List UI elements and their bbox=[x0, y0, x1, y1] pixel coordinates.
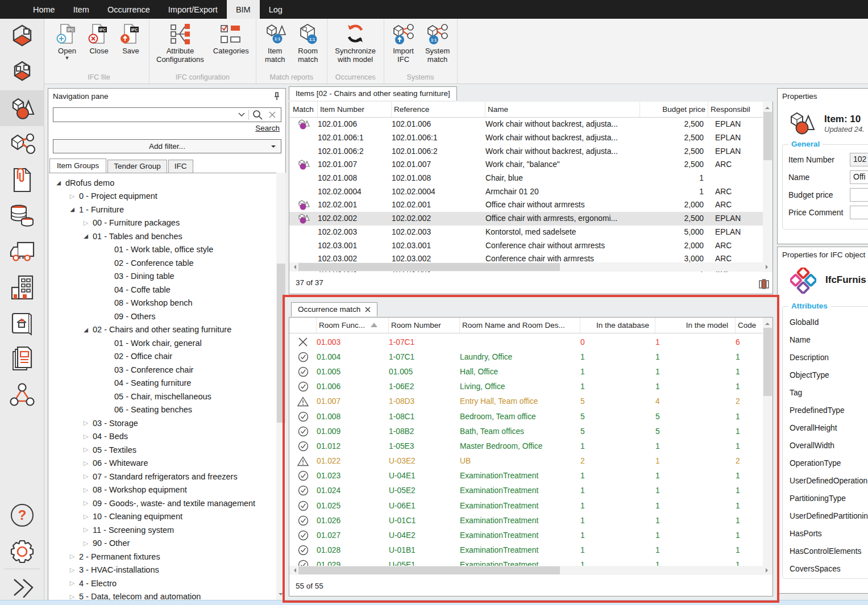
tree-scrollbar[interactable] bbox=[276, 173, 286, 600]
tree-item[interactable]: 09 - Goods-, waste- and textile manageme… bbox=[49, 496, 276, 510]
table-row[interactable]: 102.01.006:1 102.01.006:1 Work chair wit… bbox=[289, 131, 773, 145]
table-row[interactable]: 01.006 1-06E2 Living, Office 1 1 1 bbox=[289, 379, 773, 394]
table-row[interactable]: 01.009 1-08B2 Bath, Team offices 5 5 1 bbox=[289, 424, 773, 439]
tree-item[interactable]: 04 - Beds bbox=[49, 430, 276, 444]
column-chooser-icon[interactable] bbox=[759, 278, 769, 290]
navigation-tab[interactable]: IFC bbox=[168, 160, 193, 173]
attribute-row[interactable]: PartitioningType bbox=[783, 490, 868, 507]
tree-expander-icon[interactable] bbox=[82, 499, 90, 507]
table-row[interactable]: 01.004 1-07C1 Laundry, Office 1 1 1 bbox=[289, 349, 773, 364]
sidebar-item-building[interactable] bbox=[0, 269, 44, 305]
table-row[interactable]: 102.02.003 102.02.003 Kontorstol, med sa… bbox=[289, 226, 773, 239]
table-row[interactable]: 01.007 1-08D3 Entry Hall, Team office 5 … bbox=[289, 394, 773, 409]
tree-expander-icon[interactable] bbox=[68, 193, 76, 200]
menu-item[interactable]: Home bbox=[24, 0, 64, 19]
column-header-name[interactable]: Name bbox=[485, 102, 640, 117]
tree-item[interactable]: 10 - Cleaning equipment bbox=[49, 510, 276, 524]
tree-expander-icon[interactable] bbox=[82, 233, 90, 239]
attribute-row[interactable]: Tag bbox=[783, 384, 868, 402]
open-ifc-button[interactable]: IFC Open ▼ bbox=[51, 19, 83, 61]
sidebar-item-rooms[interactable] bbox=[0, 19, 44, 55]
tree-item[interactable]: 01 - Work chair, general bbox=[49, 336, 276, 350]
attribute-row[interactable]: Description bbox=[783, 349, 868, 366]
attribute-row[interactable]: OverallHeight bbox=[783, 419, 868, 437]
tree-item[interactable]: 06 - Whiteware bbox=[49, 457, 276, 470]
tree-expander-icon[interactable] bbox=[68, 553, 76, 560]
menu-item[interactable]: BIM bbox=[227, 0, 260, 19]
tree-item[interactable]: 03 - Dining table bbox=[49, 270, 276, 283]
sidebar-item-finance[interactable] bbox=[0, 198, 44, 233]
tree-item[interactable]: 3 - HVAC-installations bbox=[49, 564, 276, 577]
tree-item[interactable]: 00 - Furniture packages bbox=[49, 216, 276, 230]
attribute-row[interactable]: GlobalId bbox=[783, 314, 868, 331]
table-row[interactable]: 01.025 U-06E1 ExaminationTreatment 1 1 1 bbox=[289, 498, 773, 513]
table-row[interactable]: 01.027 U-04E2 ExaminationTreatment 1 1 1 bbox=[289, 528, 773, 543]
table-row[interactable]: 01.022 U-03E2 UB 2 1 2 bbox=[289, 454, 773, 469]
attribute-row[interactable]: HasPorts bbox=[783, 525, 868, 543]
tree-expander-icon[interactable] bbox=[82, 419, 90, 427]
column-header-status[interactable] bbox=[289, 318, 317, 333]
search-icon[interactable] bbox=[252, 110, 263, 120]
sidebar-item-network[interactable] bbox=[0, 377, 44, 412]
tree-item[interactable]: 08 - Workshop bench bbox=[49, 297, 276, 310]
item-match-button[interactable]: 1:1 Item match bbox=[259, 19, 292, 65]
items-tab[interactable]: Items [02 - Chairs and other seating fur… bbox=[289, 86, 457, 101]
attribute-row[interactable]: HasControlElements bbox=[783, 543, 868, 560]
pin-icon[interactable] bbox=[273, 92, 281, 101]
import-ifc-button[interactable]: Import IFC bbox=[387, 19, 421, 65]
table-row[interactable]: 102.01.006:2 102.01.006:2 Work chair wit… bbox=[289, 144, 773, 158]
tree-expander-icon[interactable] bbox=[82, 327, 90, 333]
table-row[interactable]: 102.01.007 102.01.007 Work chair, "balan… bbox=[289, 158, 773, 172]
table-row[interactable]: 01.005 01.005 Hall, Office 1 1 1 bbox=[289, 364, 773, 379]
tree-expander-icon[interactable] bbox=[82, 540, 90, 547]
table-row[interactable]: 102.02.0004 102.02.0004 Armchair 01 20 1… bbox=[289, 185, 773, 198]
column-header-budget-price[interactable]: Budget price bbox=[640, 102, 708, 117]
menu-item[interactable]: Import/Export bbox=[159, 0, 227, 19]
attribute-row[interactable]: ObjectType bbox=[783, 366, 868, 384]
tree-item[interactable]: 07 - Standard refrigerators and freezers bbox=[49, 470, 276, 483]
tree-item[interactable]: 01 - Tables and benches bbox=[49, 230, 276, 243]
attribute-row[interactable]: UserDefinedPartitionin bbox=[783, 507, 868, 525]
tree-item[interactable]: 1 - Furniture bbox=[49, 203, 276, 216]
sidebar-item-settings[interactable] bbox=[0, 533, 44, 569]
sidebar-item-room-data[interactable] bbox=[0, 55, 44, 90]
column-header-room-number[interactable]: Room Number bbox=[389, 318, 460, 333]
table-row[interactable]: 01.003 1-07C1 0 1 6 bbox=[289, 335, 773, 349]
table-row[interactable]: 102.02.002 102.02.002 Office chair with … bbox=[289, 212, 773, 226]
navigation-tab[interactable]: Item Groups bbox=[49, 158, 106, 173]
tree-expander-icon[interactable] bbox=[82, 473, 90, 480]
room-match-button[interactable]: 1:1 Room match bbox=[292, 19, 325, 65]
occurrence-vertical-scrollbar[interactable] bbox=[763, 318, 773, 575]
tree-item[interactable]: 5 - Data, telecom and automation bbox=[49, 590, 276, 600]
tree-item[interactable]: 04 - Seating furniture bbox=[49, 377, 276, 390]
table-row[interactable]: 01.026 U-01C1 ExaminationTreatment 1 1 1 bbox=[289, 513, 773, 528]
field-input[interactable]: Offi bbox=[850, 170, 868, 184]
tree-expander-icon[interactable] bbox=[68, 206, 76, 212]
attribute-row[interactable]: OverallWidth bbox=[783, 437, 868, 454]
occurrence-match-tab[interactable]: Occurrence match bbox=[291, 302, 377, 316]
column-header-responsible[interactable]: Responsibil bbox=[708, 102, 759, 117]
occurrence-horizontal-scrollbar[interactable] bbox=[289, 566, 773, 575]
tree-item[interactable]: 06 - Seating benches bbox=[49, 403, 276, 417]
attribute-row[interactable]: PredefinedType bbox=[783, 402, 868, 419]
tree-expander-icon[interactable] bbox=[82, 460, 90, 467]
tree-expander-icon[interactable] bbox=[82, 219, 90, 227]
tree-expander-icon[interactable] bbox=[82, 526, 90, 533]
search-link[interactable]: Search bbox=[255, 124, 280, 132]
tree-item[interactable]: 02 - Chairs and other seating furniture bbox=[49, 323, 276, 337]
chevron-down-icon[interactable] bbox=[238, 112, 245, 117]
table-row[interactable]: 01.012 1-05E3 Master Bedroom, Office 1 1… bbox=[289, 439, 773, 453]
clear-search-icon[interactable] bbox=[268, 111, 276, 119]
tree-item[interactable]: 02 - Office chair bbox=[49, 350, 276, 364]
sidebar-item-reports[interactable] bbox=[0, 341, 44, 377]
tree-item[interactable]: 11 - Screening system bbox=[49, 523, 276, 537]
tree-expander-icon[interactable] bbox=[82, 446, 90, 453]
tree-item[interactable]: 09 - Others bbox=[49, 310, 276, 323]
items-horizontal-scrollbar[interactable] bbox=[289, 262, 773, 272]
categories-button[interactable]: Categories bbox=[209, 19, 254, 57]
navigation-tab[interactable]: Tender Group bbox=[107, 160, 167, 173]
tree-item[interactable]: 01 - Work table, office style bbox=[49, 243, 276, 257]
tree-expander-icon[interactable] bbox=[82, 433, 90, 440]
table-row[interactable]: 01.024 U-05E2 ExaminationTreatment 1 1 1 bbox=[289, 483, 773, 498]
table-row[interactable]: 102.01.006 102.01.006 Work chair without… bbox=[289, 118, 773, 131]
